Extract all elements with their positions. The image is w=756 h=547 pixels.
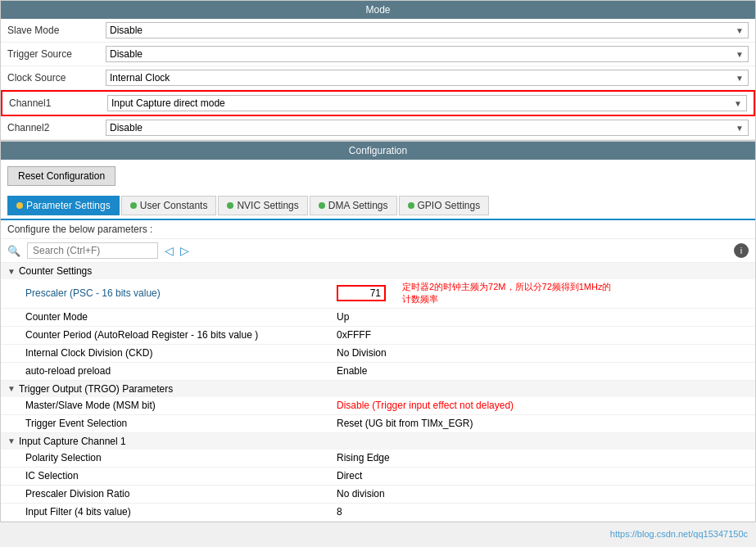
ic-channel1-arrow: ▼ [7,436,16,445]
param-polarity-row: Polarity Selection Rising Edge [1,450,755,468]
param-ic-selection-row: IC Selection Direct [1,468,755,486]
trigger-source-select[interactable]: Disable [106,46,749,62]
tab-dot-user-constants [130,202,137,209]
group-counter-settings[interactable]: ▼ Counter Settings [1,263,755,279]
param-counter-period-value: 0xFFFF [337,329,749,341]
param-msm-row: Master/Slave Mode (MSM bit) Disable (Tri… [1,397,755,415]
clock-source-row: Clock Source Internal Clock ▼ [1,66,755,90]
param-auto-reload-name: auto-reload preload [25,365,337,377]
clock-source-select[interactable]: Internal Clock [106,70,749,86]
param-counter-mode-row: Counter Mode Up [1,309,755,327]
tab-dot-parameter [16,202,23,209]
channel2-label: Channel2 [7,122,106,133]
tab-label-nvic: NVIC Settings [237,200,298,211]
param-counter-period-name: Counter Period (AutoReload Register - 16… [25,329,337,341]
info-icon[interactable]: i [734,243,749,258]
tab-user-constants[interactable]: User Constants [121,196,217,215]
tabs-bar: Parameter Settings User Constants NVIC S… [1,192,755,220]
nav-forward-icon[interactable]: ▷ [180,244,189,257]
tab-dot-nvic [227,202,233,209]
slave-mode-select-wrapper[interactable]: Disable ▼ [106,22,749,38]
config-header: Configuration [1,142,755,160]
clock-source-select-wrapper[interactable]: Internal Clock ▼ [106,70,749,86]
param-ckd-name: Internal Clock Division (CKD) [25,347,337,359]
tab-gpio-settings[interactable]: GPIO Settings [399,196,490,215]
param-msm-name: Master/Slave Mode (MSM bit) [25,400,337,411]
param-ic-selection-name: IC Selection [25,470,337,481]
tab-dma-settings[interactable]: DMA Settings [310,196,397,215]
param-trigger-event-name: Trigger Event Selection [25,418,337,429]
config-sublabel: Configure the below parameters : [1,220,755,239]
tab-dot-gpio [408,202,414,209]
tab-label-gpio: GPIO Settings [418,200,481,211]
tab-parameter-settings[interactable]: Parameter Settings [7,196,120,215]
slave-mode-row: Slave Mode Disable ▼ [1,19,755,43]
search-input[interactable] [27,242,158,259]
tab-label-dma: DMA Settings [328,200,388,211]
counter-settings-arrow: ▼ [7,267,16,276]
tab-label-user-constants: User Constants [140,200,208,211]
trgo-arrow: ▼ [7,384,16,393]
slave-mode-select[interactable]: Disable [106,22,749,38]
param-psc-row: Prescaler (PSC - 16 bits value) 71 定时器2的… [1,279,755,309]
param-psc-value[interactable]: 71 [337,285,386,301]
tab-label-parameter: Parameter Settings [26,200,111,211]
param-input-filter-row: Input Filter (4 bits value) 8 [1,504,755,522]
channel1-select[interactable]: Input Capture direct mode [107,95,747,111]
param-prescaler-div-name: Prescaler Division Ratio [25,488,337,500]
param-counter-mode-value: Up [337,311,749,323]
channel2-select-wrapper[interactable]: Disable ▼ [106,120,749,136]
channel1-row: Channel1 Input Capture direct mode ▼ [1,90,755,116]
channel2-row: Channel2 Disable ▼ [1,116,755,140]
search-bar: 🔍 ◁ ▷ i [1,239,755,263]
channel1-label: Channel1 [9,97,107,109]
param-polarity-value: Rising Edge [337,452,749,463]
channel1-select-wrapper[interactable]: Input Capture direct mode ▼ [107,95,747,111]
search-icon: 🔍 [7,245,20,257]
reset-config-button[interactable]: Reset Configuration [7,166,115,186]
config-section: Configuration Reset Configuration Parame… [0,141,756,522]
param-input-filter-value: 8 [337,506,749,518]
param-ckd-value: No Division [337,347,749,359]
param-prescaler-div-row: Prescaler Division Ratio No division [1,486,755,504]
trgo-label: Trigger Output (TRGO) Parameters [19,383,173,395]
param-trigger-event-value: Reset (UG bit from TIMx_EGR) [337,418,749,429]
param-ckd-row: Internal Clock Division (CKD) No Divisio… [1,345,755,363]
tab-dot-dma [319,202,325,209]
group-trgo[interactable]: ▼ Trigger Output (TRGO) Parameters [1,381,755,397]
param-msm-value: Disable (Trigger input effect not delaye… [337,400,749,411]
param-list: ▼ Counter Settings Prescaler (PSC - 16 b… [1,263,755,522]
param-psc-name: Prescaler (PSC - 16 bits value) [25,287,337,299]
param-counter-mode-name: Counter Mode [25,311,337,323]
param-ic-selection-value: Direct [337,470,749,481]
param-polarity-name: Polarity Selection [25,452,337,463]
trigger-source-select-wrapper[interactable]: Disable ▼ [106,46,749,62]
param-input-filter-name: Input Filter (4 bits value) [25,506,337,518]
nav-back-icon[interactable]: ◁ [165,244,174,257]
slave-mode-label: Slave Mode [7,25,106,36]
clock-source-label: Clock Source [7,72,106,84]
param-prescaler-div-value: No division [337,488,749,500]
param-counter-period-row: Counter Period (AutoReload Register - 16… [1,327,755,345]
mode-section: Mode Slave Mode Disable ▼ Trigger Source… [0,0,756,141]
counter-settings-label: Counter Settings [19,265,92,277]
param-auto-reload-row: auto-reload preload Enable [1,363,755,381]
psc-annotation: 定时器2的时钟主频为72M，所以分72频得到1MHz的计数频率 [402,281,611,306]
tab-nvic-settings[interactable]: NVIC Settings [218,196,307,215]
param-auto-reload-value: Enable [337,365,749,377]
trigger-source-row: Trigger Source Disable ▼ [1,43,755,66]
ic-channel1-label: Input Capture Channel 1 [19,436,126,447]
param-trigger-event-row: Trigger Event Selection Reset (UG bit fr… [1,415,755,433]
group-ic-channel1[interactable]: ▼ Input Capture Channel 1 [1,433,755,450]
trigger-source-label: Trigger Source [7,48,106,60]
mode-header: Mode [1,1,755,19]
channel2-select[interactable]: Disable [106,120,749,136]
